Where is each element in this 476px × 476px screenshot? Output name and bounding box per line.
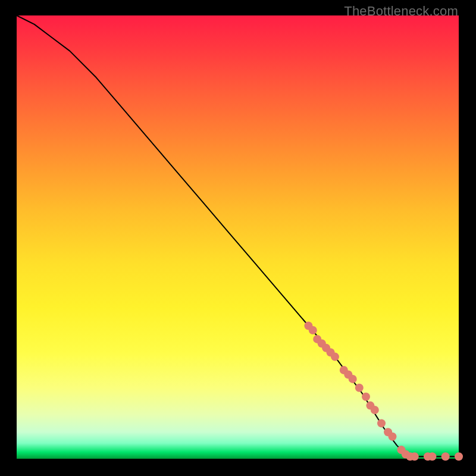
chart-svg bbox=[17, 15, 459, 459]
data-point bbox=[371, 406, 379, 414]
data-point bbox=[349, 375, 357, 383]
data-point bbox=[355, 384, 364, 392]
data-point bbox=[411, 452, 419, 461]
data-point bbox=[455, 452, 463, 461]
performance-curve bbox=[17, 15, 459, 456]
marker-group bbox=[304, 322, 463, 461]
data-point bbox=[309, 326, 317, 334]
data-point bbox=[362, 393, 370, 401]
data-point bbox=[389, 433, 397, 441]
watermark-text: TheBottleneck.com bbox=[344, 4, 458, 19]
data-point bbox=[331, 353, 339, 361]
data-point bbox=[428, 452, 436, 461]
data-point bbox=[441, 452, 450, 461]
data-point bbox=[377, 419, 386, 427]
chart-area bbox=[17, 15, 459, 459]
